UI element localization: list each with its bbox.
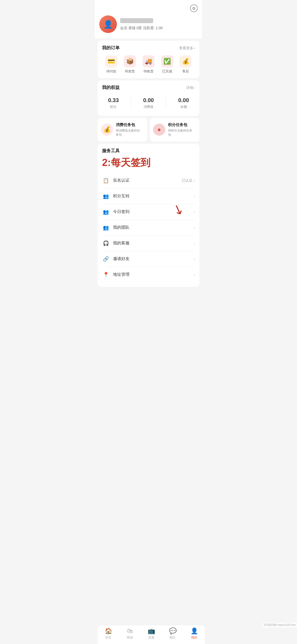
service-item-address[interactable]: 📍 地址管理 ›	[102, 267, 195, 282]
points-transfer-chevron: ›	[194, 194, 195, 198]
service-item-checkin-wrap: 👥 今日签到 › ↘	[102, 204, 195, 220]
order-icon-pending-pay: 💳	[105, 55, 117, 67]
benefits-divider-2	[166, 98, 166, 109]
service-item-points-transfer[interactable]: 👥 积分互转 ›	[102, 189, 195, 204]
order-label-3: 已完成	[162, 69, 172, 74]
avatar[interactable]: 👤	[99, 15, 117, 33]
order-icons-row: 💳 待付款 📦 待发货 🚚 待收货 ✅ 已完成 💰 售后	[102, 55, 195, 74]
checkin-chevron: ›	[194, 210, 195, 214]
checkin-icon: 👥	[102, 208, 110, 216]
task-desc-points: 用积分兑换的任务包	[168, 129, 192, 137]
benefit-points-value: 0.33	[108, 97, 119, 103]
task-icon-points: ●	[153, 124, 165, 136]
my-team-label: 我的团队	[113, 225, 194, 230]
orders-title: 我的订单	[102, 45, 120, 51]
task-title-points: 积分任务包	[168, 122, 192, 127]
realname-chevron: ›	[194, 178, 195, 183]
my-team-icon: 👥	[102, 224, 110, 231]
service-annotation: 2:每天签到	[102, 156, 195, 170]
my-benefits-section: 我的权益 详情 › 0.33 积分 0.00 消费值 0.00 余额	[98, 80, 199, 116]
user-meta: 会员 星级 0星 活跃度: 1.00	[120, 26, 198, 31]
address-label: 地址管理	[113, 272, 194, 277]
benefit-balance[interactable]: 0.00 余额	[178, 97, 189, 109]
benefits-header: 我的权益 详情 ›	[102, 85, 195, 91]
service-item-customer-service[interactable]: 🎧 我的客服 ›	[102, 236, 195, 251]
task-card-points[interactable]: ● 积分任务包 用积分兑换的任务包	[150, 118, 199, 141]
benefits-grid: 0.33 积分 0.00 消费值 0.00 余额	[102, 95, 195, 111]
order-icon-pending-receive: 🚚	[142, 55, 155, 67]
invite-friends-label: 邀请好友	[113, 256, 194, 261]
username-blurred	[120, 18, 153, 23]
task-cards-row: 💰 消费任务包 用消费值兑换的任务包 ● 积分任务包 用积分兑换的任务包	[98, 118, 199, 141]
points-transfer-icon: 👥	[102, 192, 110, 200]
order-label-1: 待发货	[125, 69, 135, 74]
header-section: ⊙ 👤 会员 星级 0星 活跃度: 1.00	[95, 0, 202, 39]
benefit-consumption-label: 消费值	[144, 105, 153, 109]
benefit-balance-label: 余额	[180, 105, 187, 109]
task-card-consumption[interactable]: 💰 消费任务包 用消费值兑换的任务包	[98, 118, 147, 141]
order-label-0: 待付款	[106, 69, 116, 74]
address-chevron: ›	[194, 272, 195, 277]
order-item-completed[interactable]: ✅ 已完成	[158, 55, 177, 74]
benefit-points[interactable]: 0.33 积分	[108, 97, 119, 109]
orders-header: 我的订单 查看更多 ›	[102, 45, 195, 51]
orders-view-more[interactable]: 查看更多 ›	[179, 46, 195, 51]
realname-label: 实名认证	[113, 178, 182, 183]
invite-friends-icon: 🔗	[102, 255, 110, 263]
benefit-consumption[interactable]: 0.00 消费值	[143, 97, 154, 109]
service-item-realname[interactable]: 📋 实名认证 已认证 ›	[102, 173, 195, 189]
order-icon-completed: ✅	[161, 55, 173, 67]
benefits-title: 我的权益	[102, 85, 120, 91]
camera-icon[interactable]: ⊙	[190, 4, 198, 12]
order-item-pending-pay[interactable]: 💳 待付款	[102, 55, 121, 74]
customer-service-icon: 🎧	[102, 239, 110, 247]
benefits-divider-1	[131, 98, 131, 109]
order-icon-pending-ship: 📦	[124, 55, 136, 67]
address-icon: 📍	[102, 271, 110, 279]
task-info-consumption: 消费任务包 用消费值兑换的任务包	[116, 122, 140, 137]
order-item-aftersale[interactable]: 💰 售后	[176, 55, 195, 74]
task-info-points: 积分任务包 用积分兑换的任务包	[168, 122, 192, 137]
benefit-points-label: 积分	[110, 105, 117, 109]
my-team-chevron: ›	[194, 225, 195, 230]
my-orders-section: 我的订单 查看更多 › 💳 待付款 📦 待发货 🚚 待收货 ✅ 已完成	[98, 41, 199, 78]
user-details: 会员 星级 0星 活跃度: 1.00	[120, 18, 198, 31]
order-label-4: 售后	[182, 69, 189, 74]
task-desc-consumption: 用消费值兑换的任务包	[116, 129, 140, 137]
service-tools-title: 服务工具	[102, 148, 195, 154]
realname-status: 已认证	[182, 178, 193, 183]
customer-service-label: 我的客服	[113, 241, 194, 246]
order-icon-aftersale: 💰	[180, 55, 192, 67]
service-item-my-team[interactable]: 👥 我的团队 ›	[102, 220, 195, 236]
service-item-invite-friends[interactable]: 🔗 邀请好友 ›	[102, 251, 195, 267]
user-info: 👤 会员 星级 0星 活跃度: 1.00	[99, 15, 198, 33]
realname-icon: 📋	[102, 177, 110, 184]
service-item-checkin[interactable]: 👥 今日签到 ›	[102, 204, 195, 220]
order-label-2: 待收货	[144, 69, 153, 74]
task-title-consumption: 消费任务包	[116, 122, 140, 127]
benefits-detail-link[interactable]: 详情 ›	[186, 85, 195, 90]
service-tools-section: 服务工具 2:每天签到 📋 实名认证 已认证 › 👥 积分互转 › 👥 今日签到…	[98, 144, 199, 287]
benefit-consumption-value: 0.00	[143, 97, 154, 103]
points-transfer-label: 积分互转	[113, 193, 194, 199]
customer-service-chevron: ›	[194, 241, 195, 245]
header-top: ⊙	[99, 4, 198, 12]
order-item-pending-ship[interactable]: 📦 待发货	[121, 55, 139, 74]
benefit-balance-value: 0.00	[178, 97, 189, 103]
task-icon-consumption: 💰	[101, 124, 113, 136]
invite-friends-chevron: ›	[194, 257, 195, 261]
checkin-label: 今日签到	[113, 209, 194, 214]
order-item-pending-receive[interactable]: 🚚 待收货	[139, 55, 158, 74]
